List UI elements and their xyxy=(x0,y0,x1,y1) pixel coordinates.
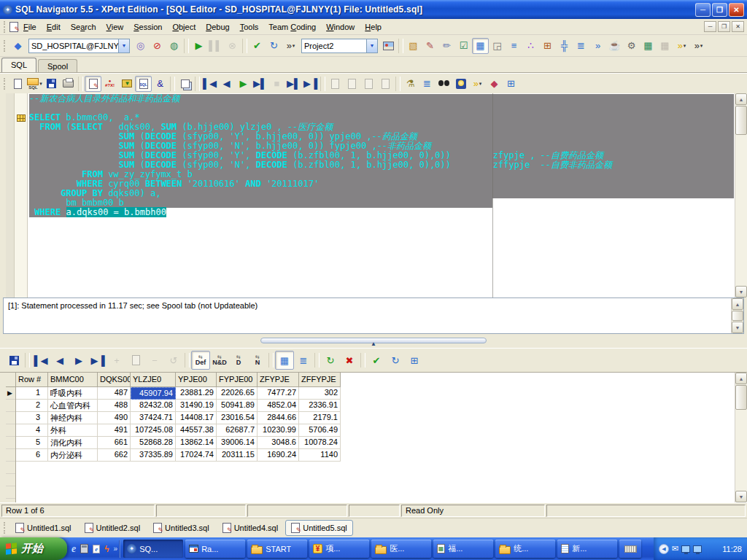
syntax-check-button[interactable] xyxy=(101,76,118,92)
grid-cell[interactable]: 2179.1 xyxy=(299,412,341,424)
scroll-thumb[interactable] xyxy=(732,311,743,321)
sql-code[interactable]: --新农合病人目录外药品和非药品金额SELECT b.bmmc00, a.* F… xyxy=(29,94,734,217)
grid-cell[interactable]: 23016.54 xyxy=(217,412,258,424)
chevron-down-icon[interactable]: ▼ xyxy=(366,39,377,52)
grid-cell[interactable]: 22026.65 xyxy=(217,387,258,400)
browser-doc-icon[interactable] xyxy=(93,545,100,553)
nav-next-button[interactable]: ▶▌ xyxy=(285,76,302,92)
gallery-button[interactable] xyxy=(380,38,397,54)
result-outline-button[interactable]: ≣ xyxy=(419,76,436,92)
execute-button[interactable]: ▶ xyxy=(190,38,207,54)
grid-view-button[interactable]: ▦ xyxy=(275,351,294,370)
commit-button[interactable]: ✔ xyxy=(249,38,266,54)
sql-optimizer-button[interactable]: ∴ xyxy=(522,38,539,54)
record-view-button[interactable]: ≣ xyxy=(294,351,313,370)
db-audit-button[interactable]: ▧ xyxy=(405,38,422,54)
scroll-down-icon[interactable]: ▼ xyxy=(735,286,747,298)
print-button[interactable] xyxy=(60,76,77,92)
minimize-button[interactable]: ─ xyxy=(695,3,711,17)
grid-cell[interactable]: 39006.14 xyxy=(217,437,258,449)
grid-cell[interactable]: 呼吸内科 xyxy=(48,387,98,400)
grid-cell[interactable]: 17024.74 xyxy=(176,449,217,462)
connection-combo[interactable]: SD_HOSPITAL@FJLNYY(▼ xyxy=(28,39,130,53)
column-header-bmmc00[interactable]: BMMC00 xyxy=(48,373,98,387)
project-combo[interactable]: Project2▼ xyxy=(301,39,378,53)
column-header-zfypje[interactable]: ZFYPJE xyxy=(258,373,299,387)
task-项[interactable]: ¥项... xyxy=(309,540,369,558)
mdi-child-icon[interactable] xyxy=(9,22,18,32)
scroll-up-icon[interactable]: ▲ xyxy=(732,298,743,310)
code-sight-button[interactable]: ◆ xyxy=(486,76,503,92)
session-button[interactable]: ◆ xyxy=(9,38,26,54)
menu-edit[interactable]: Edit xyxy=(42,20,66,34)
column-header-ylzje0[interactable]: YLZJE0 xyxy=(131,373,176,387)
menu-file[interactable]: File xyxy=(18,20,42,34)
copy-history-button[interactable] xyxy=(177,76,193,92)
task-sq[interactable]: ✦SQ... xyxy=(123,540,183,558)
grid-cell[interactable]: 302 xyxy=(299,387,341,400)
grid-options-button[interactable]: ⊞ xyxy=(405,351,424,370)
chevron-down-icon[interactable]: ▼ xyxy=(118,39,129,52)
grid-cell[interactable]: 10078.24 xyxy=(299,437,341,449)
grid-cell[interactable]: 20311.15 xyxy=(217,449,258,462)
grid-cell[interactable]: 4 xyxy=(16,424,48,437)
task-医[interactable]: 医... xyxy=(371,540,431,558)
task-统[interactable]: 统... xyxy=(495,540,555,558)
ie-icon[interactable]: e xyxy=(71,544,76,554)
chevron-down-icon[interactable]: ▾ xyxy=(293,43,295,49)
more-overflow-button[interactable]: »▾ xyxy=(690,38,707,54)
rollback-grid-button[interactable]: ↻ xyxy=(386,351,405,370)
row-prior-button[interactable]: ◀ xyxy=(50,351,69,370)
task-ra[interactable]: Ra... xyxy=(185,540,245,558)
column-header-fypje00[interactable]: FYPJE00 xyxy=(217,373,258,387)
menu-object[interactable]: Object xyxy=(167,20,201,34)
menu-view[interactable]: View xyxy=(101,20,129,34)
grid-scrollbar[interactable]: ▲ ▼ xyxy=(735,373,747,502)
grid-cell[interactable]: 心血管内科 xyxy=(48,400,98,412)
cancel-query-button[interactable]: ✖ xyxy=(340,351,359,370)
substitution-button[interactable]: & xyxy=(152,76,169,92)
chevron-down-icon[interactable]: ▾ xyxy=(700,43,703,49)
scroll-down-icon[interactable]: ▼ xyxy=(735,491,747,502)
commit-grid-button[interactable]: ✔ xyxy=(367,351,386,370)
grid-adjust-button[interactable]: ⊞ xyxy=(503,76,519,92)
script-editor-button[interactable]: ✎ xyxy=(422,38,438,54)
task-start[interactable]: START xyxy=(247,540,307,558)
column-header-ypje00[interactable]: YPJE00 xyxy=(176,373,217,387)
grid-cell[interactable]: 6 xyxy=(16,449,48,462)
tab-spool[interactable]: Spool xyxy=(38,59,77,72)
doc-tab-untitled2[interactable]: Untitled2.sql xyxy=(79,520,147,536)
column-header-dqks00[interactable]: DQKS00 xyxy=(98,373,131,387)
grid-window-button[interactable]: ▦ xyxy=(640,38,657,54)
session-windows-button[interactable]: ⊞ xyxy=(539,38,556,54)
grid-cell[interactable]: 44557.38 xyxy=(176,424,217,437)
grid-cell[interactable]: 3048.6 xyxy=(258,437,299,449)
fast-forward-button[interactable]: »▾ xyxy=(469,76,486,92)
scroll-up-icon[interactable]: ▲ xyxy=(735,93,747,105)
nav-last-button[interactable]: ▶▐ xyxy=(302,76,319,92)
close-button[interactable]: ✕ xyxy=(729,3,744,17)
menu-tools[interactable]: Tools xyxy=(235,20,264,34)
db-edit-button[interactable]: ✏ xyxy=(438,38,455,54)
grid-cell[interactable]: 13862.14 xyxy=(176,437,217,449)
menu-window[interactable]: Window xyxy=(321,20,360,34)
grid-cell[interactable]: 内分泌科 xyxy=(48,449,98,462)
grid-cell[interactable]: 2336.91 xyxy=(299,400,341,412)
grid-cell[interactable]: 消化内科 xyxy=(48,437,98,449)
calculator-icon[interactable] xyxy=(80,544,88,553)
settings-gear-button[interactable]: ⚙ xyxy=(623,38,640,54)
grid-cell[interactable]: 1690.24 xyxy=(258,449,299,462)
code-line[interactable]: WHERE a.dqks00 = b.bmbh00 xyxy=(29,208,734,217)
grid-cell[interactable]: 661 xyxy=(98,437,131,449)
disconnect-button[interactable]: ⊘ xyxy=(149,38,166,54)
benchmark-button[interactable]: ⚗ xyxy=(402,76,419,92)
grid-cell[interactable]: 37335.89 xyxy=(131,449,176,462)
mdi-close-button[interactable]: ✕ xyxy=(732,21,744,32)
quick-launch-overflow-icon[interactable]: » xyxy=(114,545,118,553)
grid-cell[interactable]: 107245.08 xyxy=(131,424,176,437)
media-app-icon[interactable]: ϟ xyxy=(104,545,109,553)
sql-template-button[interactable] xyxy=(135,76,152,92)
grid-cell[interactable]: 31490.19 xyxy=(176,400,217,412)
grid-cell[interactable]: 神经内科 xyxy=(48,412,98,424)
output-grid-button[interactable]: ▦ xyxy=(472,38,489,54)
